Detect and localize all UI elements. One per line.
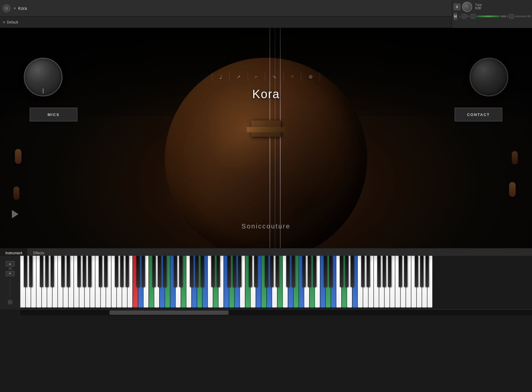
tune-label: Tune [475,3,499,7]
black-key[interactable] [313,256,317,287]
black-key[interactable] [340,256,343,287]
black-key[interactable] [249,256,252,287]
nav-divider-3 [248,72,248,81]
wave-icon[interactable]: ∿ [271,73,278,81]
black-key[interactable] [99,256,102,287]
bridge-main [251,120,281,137]
black-key[interactable] [88,256,92,287]
instrument-title: Kora [252,87,280,101]
string-1 [270,28,270,248]
black-key[interactable] [29,256,33,287]
black-key[interactable] [404,256,408,287]
envelope-decay-icon[interactable]: ⌐ [254,73,259,81]
black-key[interactable] [377,256,381,287]
black-key[interactable] [425,256,429,287]
black-key[interactable] [308,256,311,287]
black-key[interactable] [345,256,349,287]
keyboard-left-panel: ▲ +0 ▼ — [0,256,20,309]
settings-icon[interactable]: ⚙ [307,73,314,81]
black-key[interactable] [152,256,156,287]
black-key[interactable] [388,256,392,287]
black-key[interactable] [276,256,279,287]
black-key[interactable] [174,256,177,287]
black-key[interactable] [120,256,124,287]
black-key[interactable] [40,256,43,287]
mix-label-h: h [507,15,508,18]
play-button[interactable] [12,210,18,218]
black-key[interactable] [324,256,327,287]
mix-pan[interactable] [462,14,467,19]
black-key[interactable] [67,256,70,287]
mix-btn2[interactable] [509,14,514,19]
black-key[interactable] [351,256,354,287]
black-key[interactable] [383,256,386,287]
black-key[interactable] [136,256,140,287]
right-knob[interactable] [470,58,508,96]
bridge-crossbar [247,127,285,132]
black-key[interactable] [142,256,145,287]
tune-knob[interactable] [462,2,472,12]
black-key[interactable] [163,256,167,287]
black-key[interactable] [254,256,258,287]
instrument-area: ♩ ↗ ⌐ ∿ ⑂ ⚙ Kora MICS CONTACT Soniccoutu… [0,28,532,248]
black-key[interactable] [361,256,365,287]
note-icon[interactable]: ♩ [218,72,223,81]
black-key[interactable] [399,256,402,287]
solo-button[interactable]: S [454,4,460,10]
mics-button[interactable]: MICS [30,108,77,121]
mix-vol[interactable] [471,14,475,19]
black-key[interactable] [217,256,220,287]
black-key[interactable] [190,256,193,287]
black-key[interactable] [195,256,199,287]
black-key[interactable] [292,256,295,287]
peg-right-1 [509,182,516,197]
pitch-value: +0 [8,267,12,270]
black-key[interactable] [238,256,242,287]
keyboard-scrollbar[interactable] [20,310,532,315]
black-key[interactable] [415,256,418,287]
mix-extra [501,15,506,17]
black-key[interactable] [77,256,81,287]
black-key[interactable] [201,256,204,287]
black-key[interactable] [115,256,118,287]
pitch-up-button[interactable]: ▲ [6,261,15,266]
fork-icon[interactable]: ⑂ [290,73,295,81]
black-key[interactable] [83,256,86,287]
black-key[interactable] [51,256,54,287]
black-key[interactable] [265,256,268,287]
black-key[interactable] [367,256,370,287]
black-key[interactable] [233,256,236,287]
black-key[interactable] [211,256,215,287]
black-key[interactable] [286,256,290,287]
black-key[interactable] [329,256,333,287]
scrollbar-thumb[interactable] [109,311,229,315]
black-key[interactable] [302,256,306,287]
contact-button[interactable]: CONTACT [455,108,502,121]
black-key[interactable] [126,256,129,287]
mix-label-pv: PV [528,15,531,18]
black-key[interactable] [45,256,49,287]
black-key[interactable] [24,256,27,287]
black-key[interactable] [420,256,424,287]
preset-name: Default [7,20,18,24]
nav-divider-2 [229,72,229,81]
nav-divider-5 [284,72,284,81]
nav-divider-6 [301,72,301,81]
pitch-down-button[interactable]: ▼ [6,271,15,276]
envelope-attack-icon[interactable]: ↗ [235,73,242,81]
black-key[interactable] [179,256,183,287]
keyboard-area: ▲ +0 ▼ — -2-1012345678 [0,256,532,315]
black-key[interactable] [61,256,65,287]
black-key[interactable] [104,256,108,287]
logo-symbol: ⊙ [5,6,8,10]
pitch-minus[interactable]: — [8,300,12,304]
pitch-divider [10,279,10,297]
left-knob[interactable] [24,58,62,96]
mute-button[interactable]: M [454,13,457,20]
mix-label-l: L [459,15,461,18]
black-key[interactable] [227,256,231,287]
black-key[interactable] [270,256,274,287]
nav-divider-7 [320,72,320,81]
black-key[interactable] [158,256,161,287]
instrument-name: Kora [18,6,27,11]
